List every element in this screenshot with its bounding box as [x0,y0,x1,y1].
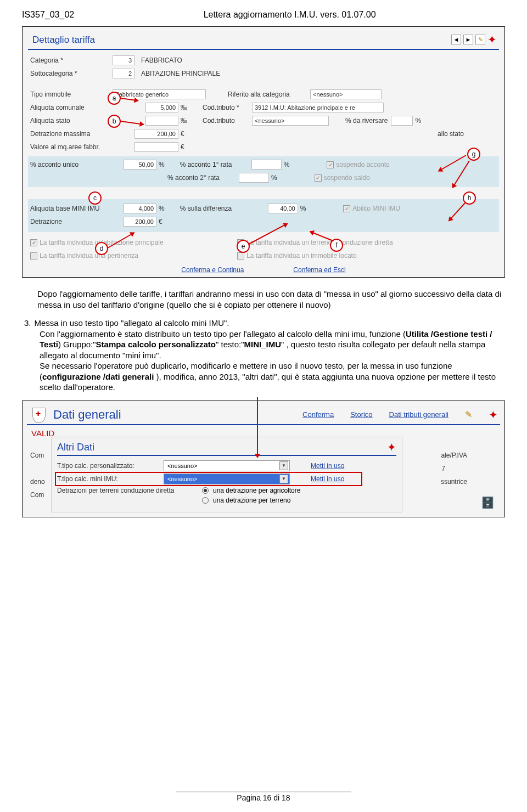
para2-b2: ) Gruppo:" [58,340,96,349]
side-label-deno: deno [30,478,45,486]
aliquota-stato-value[interactable] [145,116,178,126]
edit-icon[interactable]: ✎ [475,35,485,44]
chevron-down-icon: ▼ [279,461,288,470]
dropdown-value-2: <nessuno> [167,476,197,482]
acconto-unico-label: % acconto unico [30,161,113,168]
para2-b4: " testo:" [216,340,244,349]
conferma-esci-link[interactable]: Conferma ed Esci [293,266,345,274]
acconto2-value[interactable] [239,173,269,183]
dropdown-value-1: <nessuno> [167,463,197,469]
header-center: Lettera aggiornamento I.M.U. vers. 01.07… [204,10,376,20]
para2-a: Con l'aggiornamento è stato distribuito … [40,329,406,339]
allo-stato-label: allo stato [438,130,464,138]
page-number: Pagina 16 di 18 [0,793,527,802]
pct-riversare-value[interactable] [391,116,413,126]
pct-unit-2: % [284,161,290,168]
tariffa-locato-checkbox [237,252,244,260]
ttipo-calc-personalizzato-dropdown[interactable]: <nessuno> ▼ [164,460,290,471]
valore-mq-label: Valore al mq.aree fabbr. [30,143,113,151]
aliquota-mini-label: Aliquota base MINI IMU [30,205,113,212]
next-icon[interactable]: ► [463,35,473,44]
ttipo-calc-mini-imu-dropdown[interactable]: <nessuno> ▼ [164,473,290,484]
pct-riversare-label: % da riversare [345,117,388,125]
acconto1-value[interactable] [251,160,282,170]
codtributo-value[interactable]: 3912 I.M.U: Abitazione principale e re [252,103,384,112]
acconto-unico-value[interactable]: 50,00 [124,160,156,170]
ttipo-calc-mini-imu-label: T.tipo calc. mini IMU: [57,475,161,483]
callout-b: b [108,115,121,128]
prev-icon[interactable]: ◄ [451,35,461,44]
radio-terreno[interactable] [202,497,209,504]
sottocategoria-text: ABITAZIONE PRINCIPALE [139,70,220,77]
callout-d: d [95,242,108,255]
detrazione-massima-value[interactable]: 200,00 [134,129,178,139]
valore-mq-value[interactable] [134,142,178,152]
aliquota-comunale-label: Aliquota comunale [30,104,113,111]
codtributo-label: Cod.tributo * [203,104,252,111]
sospendo-acconto-label: sospendo acconto [336,161,389,168]
aliquota-stato-label: Aliquota stato [30,117,113,125]
codtributo2-value[interactable]: <nessuno> [252,116,329,126]
callout-c: c [88,191,102,205]
radio-terreno-label: una detrazione per terreno [213,497,290,504]
pct-differenza-label: % sulla differenza [180,205,251,212]
pct-unit-4: % [159,205,165,212]
paragraph-2: 3. Messa in uso testo tipo "allegato al … [24,318,503,393]
side-label-com2: Com [30,491,44,499]
abilito-mini-checkbox: ✓ [343,205,350,212]
close-icon[interactable]: ✦ [487,35,497,44]
tariffa-abitazione-checkbox: ✓ [30,239,37,246]
aliquota-mini-value[interactable]: 4,000 [124,204,156,213]
tariffa-abitazione-label: La tariffa individua un'abitazione princ… [40,239,237,246]
tariffa-pertinenza-label: La tariffa individua una pertinenza [40,252,237,260]
conferma-link[interactable]: Conferma [302,410,334,419]
detrazioni-terreni-label: Detrazioni per terreni conduzione dirett… [57,487,200,494]
acconto2-label: % acconto 2° rata [167,174,239,182]
para2-b5: MINI_IMU [244,340,282,349]
sottocategoria-label: Sottocategoria * [30,70,113,77]
tariffa-terreno-label: La tariffa individua un terreno a conduz… [246,239,393,246]
side-label-assuntrice: ssuntrice [441,478,467,486]
para2-title: Messa in uso testo tipo "allegato al cal… [35,318,229,328]
sospendo-acconto-checkbox: ✓ [327,161,334,168]
metti-in-uso-link-1[interactable]: Metti in uso [311,462,344,470]
close-icon[interactable]: ✦ [489,410,498,420]
riferito-categoria-value[interactable]: <nessuno> [310,89,382,99]
para2-c1: configurazione /dati generali [42,372,154,381]
eur-unit-3: € [159,218,162,225]
detrazione-value[interactable]: 200,00 [124,217,156,227]
close-icon[interactable]: ✦ [387,442,396,452]
tariffa-pertinenza-checkbox [30,252,37,260]
callout-g: g [467,148,480,161]
arrow-to-dropdown [257,397,258,458]
storico-link[interactable]: Storico [350,410,372,419]
conferma-continua-link[interactable]: Conferma e Continua [181,266,244,274]
radio-agricoltore-label: una detrazione per agricoltore [213,487,300,494]
screenshot-dati-generali: Dati generali Conferma Storico Dati trib… [22,401,505,517]
sospendo-saldo-label: sospendo saldo [324,174,370,182]
edit-icon[interactable]: ✎ [465,409,472,420]
categoria-num[interactable]: 3 [113,55,134,65]
codtributo2-label: Cod.tributo [203,117,252,125]
tipo-immobile-value[interactable]: Fabbricato generico [113,89,206,99]
side-label-com1: Com [30,452,44,459]
detrazione-label: Detrazione [30,218,113,225]
side-label-7: 7 [441,465,445,472]
screenshot-dettaglio-tariffa: Dettaglio tariffa ◄ ► ✎ ✦ Categoria * 3 … [22,26,505,278]
aliquota-comunale-value[interactable]: 5,000 [145,103,178,112]
tipo-immobile-label: Tipo immobile [30,91,113,98]
permille-unit: ‰ [181,104,187,111]
radio-agricoltore[interactable] [202,487,209,494]
callout-a: a [108,92,121,105]
pct-differenza-value[interactable]: 40,00 [268,204,298,213]
sottocategoria-num[interactable]: 2 [113,69,134,78]
callout-f: f [330,239,343,252]
paragraph-1: Dopo l'aggiornamento delle tariffe, i ta… [37,289,503,310]
dati-tributi-generali-link[interactable]: Dati tributi generali [389,410,448,419]
metti-in-uso-link-2[interactable]: Metti in uso [311,475,344,483]
categoria-text: FABBRICATO [139,57,182,64]
pct-unit-1: % [159,161,165,168]
sospendo-saldo-checkbox: ✓ [315,174,322,182]
acconto1-label: % acconto 1° rata [180,161,251,168]
page-footer: Pagina 16 di 18 [0,792,527,802]
